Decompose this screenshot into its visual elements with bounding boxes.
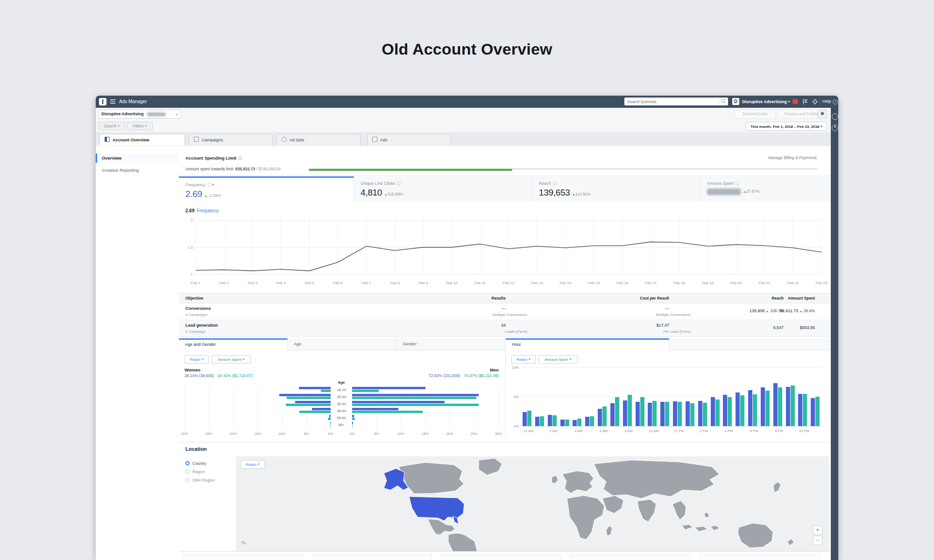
tab-ads[interactable]: Ads xyxy=(367,134,451,146)
tab-age-and-gender[interactable]: Age and Gender xyxy=(179,338,288,350)
amount-spent-dropdown[interactable]: Amount Spent▾ xyxy=(212,355,251,364)
svg-text:2: 2 xyxy=(191,218,193,223)
svg-text:Feb 22: Feb 22 xyxy=(787,281,799,285)
bar-reach xyxy=(698,401,702,426)
table-row[interactable]: Lead generation 1 Campaign 34 Leads (For… xyxy=(179,320,831,337)
reach-dropdown[interactable]: Reach▾ xyxy=(184,355,209,364)
bar-amount-spent xyxy=(577,419,581,426)
filters-button[interactable]: Filters▾ xyxy=(127,122,153,130)
next-section xyxy=(179,551,831,560)
bar-reach xyxy=(535,417,539,426)
search-input[interactable] xyxy=(626,98,717,105)
bar-amount-spent xyxy=(540,416,544,426)
bar-amount-spent xyxy=(590,416,594,426)
bar-reach xyxy=(573,420,577,426)
axis-tick: 30% xyxy=(179,432,190,436)
discard-drafts-button[interactable]: Discard Drafts xyxy=(735,110,776,119)
card-placeholder xyxy=(700,554,820,560)
results-table: Objective Results Cost per Result Reach … xyxy=(179,293,831,337)
map-zoom-in-button[interactable]: + xyxy=(813,525,822,535)
col-header[interactable]: Reach xyxy=(771,296,784,301)
business-search[interactable] xyxy=(624,98,728,105)
svg-text:Feb 4: Feb 4 xyxy=(276,281,286,285)
philippines xyxy=(704,512,709,518)
women-stats: 28.14% (38,606)24.42% ($1,710.87) xyxy=(184,373,253,378)
flag-icon[interactable] xyxy=(803,99,807,105)
tab-age[interactable]: Age xyxy=(288,338,396,350)
history-icon[interactable] xyxy=(832,113,838,120)
col-header[interactable]: Amount Spent xyxy=(788,296,815,301)
hour-tab-spacer xyxy=(669,338,831,350)
radio-country[interactable]: Country xyxy=(185,461,206,466)
search-filter-button[interactable]: Search▾ xyxy=(99,122,125,130)
svg-text:Feb 5: Feb 5 xyxy=(304,281,314,285)
chevron-down-icon[interactable]: ▾ xyxy=(212,183,214,186)
reach-dropdown[interactable]: Reach▾ xyxy=(511,355,536,364)
bar-amount-spent xyxy=(678,402,682,426)
sidebar-item-overview[interactable]: Overview xyxy=(96,154,179,163)
info-icon[interactable]: ⓘ xyxy=(238,156,242,161)
amount-spent-dropdown[interactable]: Amount Spent▾ xyxy=(538,355,578,364)
power-icon[interactable] xyxy=(832,125,838,131)
gear-icon[interactable] xyxy=(812,99,818,105)
axis-tick: 20% xyxy=(444,432,455,436)
tab-ad-sets[interactable]: Ad Sets xyxy=(276,134,361,146)
bar-men-reach xyxy=(352,408,398,410)
bar-reach xyxy=(736,392,740,426)
col-header[interactable]: Results xyxy=(491,296,506,301)
axis-tick: 8 AM xyxy=(618,429,639,433)
bar-amount-spent xyxy=(640,397,644,426)
bar-reach xyxy=(598,409,602,426)
account-menu[interactable]: Disruptive Advertising▾ xyxy=(742,99,790,104)
tab-account-overview[interactable]: Account Overview xyxy=(99,134,185,146)
tab-hour[interactable]: Hour xyxy=(506,338,669,350)
bar-reach xyxy=(798,394,802,426)
radio-region[interactable]: Region xyxy=(185,469,205,474)
tab-campaigns[interactable]: Campaigns xyxy=(189,134,273,146)
notifications-icon[interactable] xyxy=(792,99,798,104)
bar-reach xyxy=(523,412,527,426)
bar-reach xyxy=(548,415,552,426)
table-row[interactable]: Conversions 4 Campaigns — Multiple Conve… xyxy=(179,303,831,320)
col-header[interactable]: Cost per Result xyxy=(640,296,669,301)
date-range-selector[interactable]: This month: Feb 1, 2018 – Feb 23, 2018▾ xyxy=(746,122,827,131)
radio-dma-region[interactable]: DMA Region xyxy=(185,478,215,483)
women-label: Women xyxy=(184,367,200,372)
indonesia xyxy=(682,525,719,532)
metric-label: Frequencyⓘ▾ xyxy=(185,182,354,188)
sidebar-item-creative-reporting[interactable]: Creative Reporting xyxy=(96,166,179,175)
bar-amount-spent xyxy=(778,387,782,426)
axis-tick: 10% xyxy=(395,432,406,436)
world-map[interactable] xyxy=(236,456,829,551)
menu-icon[interactable] xyxy=(110,99,115,104)
col-header[interactable]: Objective xyxy=(185,296,203,301)
manage-billing-link[interactable]: Manage Billing & Payments xyxy=(768,155,817,160)
spending-progress-fill xyxy=(309,169,512,171)
map-zoom-out-button[interactable]: − xyxy=(813,536,822,545)
svg-text:Feb 6: Feb 6 xyxy=(333,281,343,285)
metric-card-frequency[interactable]: Frequencyⓘ▾ 2.69 ▲ 2.29% xyxy=(179,176,354,202)
search-icon[interactable] xyxy=(719,99,726,104)
help-button[interactable]: Help? xyxy=(822,99,838,105)
bar-amount-spent xyxy=(615,397,619,426)
bar-men-spent xyxy=(352,418,355,420)
ad-account-selector[interactable]: Disruptive Advertising ▾ xyxy=(99,110,181,119)
bar-men-spent xyxy=(352,411,423,413)
facebook-logo-icon[interactable]: f xyxy=(99,98,106,105)
metric-card-reach[interactable]: Reachⓘ 139,653 ▲114.52% xyxy=(532,176,700,202)
new-zealand xyxy=(787,539,794,546)
divider xyxy=(820,98,820,105)
metric-card-unique-link-clicks[interactable]: Unique Link Clicksⓘ 4,810 ▲315.59% xyxy=(354,176,532,202)
avatar[interactable]: D xyxy=(732,98,739,105)
axis-tick: 10 PM xyxy=(793,429,814,433)
chevron-down-icon: ▾ xyxy=(176,111,178,119)
tab-gender[interactable]: Gender xyxy=(396,338,505,350)
radio-selected-icon xyxy=(185,461,190,465)
info-icon[interactable]: ⓘ xyxy=(207,183,211,187)
russia-asia xyxy=(594,460,719,498)
settings-button[interactable]: ✱ xyxy=(818,110,827,119)
reach-dropdown[interactable]: Reach▾ xyxy=(241,460,265,469)
svg-text:Feb 11: Feb 11 xyxy=(474,281,486,285)
metric-card-amount-spent[interactable]: Amount Spentⓘ ▲27.67% xyxy=(700,176,831,202)
bar-women-reach xyxy=(329,415,331,417)
